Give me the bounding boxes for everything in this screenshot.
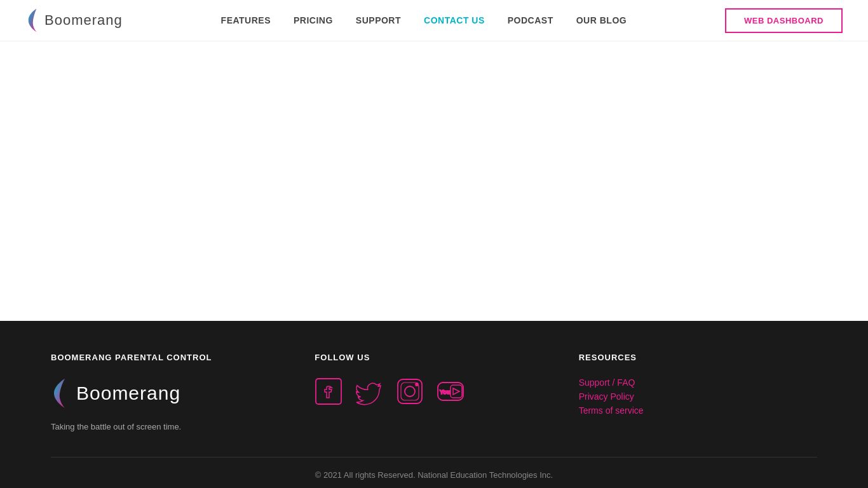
- boomerang-logo-icon: [25, 8, 41, 33]
- nav-contact[interactable]: CONTACT US: [424, 15, 485, 25]
- nav-features[interactable]: FEATURES: [221, 15, 271, 25]
- facebook-icon[interactable]: [315, 377, 342, 405]
- copyright-text: © 2021 All rights Reserved. National Edu…: [315, 470, 553, 480]
- main-content: [0, 41, 868, 321]
- footer-follow-title: FOLLOW US: [315, 353, 553, 362]
- svg-point-2: [405, 386, 415, 396]
- main-nav: FEATURES PRICING SUPPORT CONTACT US PODC…: [221, 15, 627, 25]
- resources-privacy-policy[interactable]: Privacy Policy: [579, 391, 817, 402]
- web-dashboard-button[interactable]: WEB DASHBOARD: [725, 8, 843, 33]
- nav-pricing[interactable]: PRICING: [294, 15, 333, 25]
- footer-tagline: Taking the battle out of screen time.: [51, 422, 289, 431]
- footer-resources-title: RESOURCES: [579, 353, 817, 362]
- footer-grid: BOOMERANG PARENTAL CONTROL Boomerang Tak…: [51, 353, 817, 431]
- nav-podcast[interactable]: PODCAST: [508, 15, 553, 25]
- footer-logo-container: Boomerang: [51, 377, 289, 409]
- twitter-icon[interactable]: [355, 377, 383, 405]
- svg-rect-1: [398, 379, 422, 403]
- site-footer: BOOMERANG PARENTAL CONTROL Boomerang Tak…: [0, 321, 868, 488]
- footer-copyright: © 2021 All rights Reserved. National Edu…: [51, 457, 817, 480]
- resources-links: Support / FAQ Privacy Policy Terms of se…: [579, 377, 817, 416]
- social-icons-container: You: [315, 377, 553, 405]
- footer-brand-section: BOOMERANG PARENTAL CONTROL Boomerang Tak…: [51, 353, 289, 431]
- footer-logo-text: Boomerang: [76, 383, 180, 404]
- svg-text:You: You: [440, 389, 450, 395]
- resources-support-faq[interactable]: Support / FAQ: [579, 377, 817, 388]
- nav-blog[interactable]: OUR BLOG: [576, 15, 627, 25]
- instagram-icon[interactable]: [396, 377, 424, 405]
- footer-follow-section: FOLLOW US: [315, 353, 553, 431]
- youtube-icon[interactable]: You: [437, 377, 465, 405]
- footer-brand-title: BOOMERANG PARENTAL CONTROL: [51, 353, 289, 362]
- header-logo-text: Boomerang: [44, 12, 123, 29]
- resources-terms-of-service[interactable]: Terms of service: [579, 405, 817, 416]
- svg-rect-0: [316, 379, 341, 404]
- header-logo[interactable]: Boomerang: [25, 8, 123, 33]
- footer-resources-section: RESOURCES Support / FAQ Privacy Policy T…: [579, 353, 817, 431]
- svg-marker-8: [453, 388, 459, 395]
- nav-support[interactable]: SUPPORT: [356, 15, 401, 25]
- site-header: Boomerang FEATURES PRICING SUPPORT CONTA…: [0, 0, 868, 41]
- footer-logo-icon: [51, 377, 70, 409]
